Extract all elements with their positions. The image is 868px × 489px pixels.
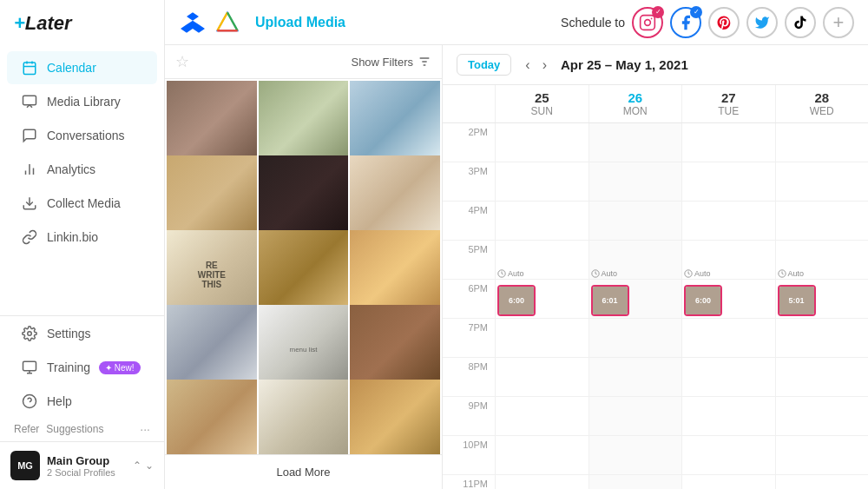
- calendar-cell[interactable]: [681, 319, 775, 357]
- sidebar-item-training[interactable]: Training ✦ New!: [7, 351, 157, 384]
- footer-profiles-count: 2 Social Profiles: [47, 467, 126, 478]
- google-drive-icon[interactable]: [214, 9, 241, 36]
- add-social-button[interactable]: +: [823, 7, 854, 38]
- calendar-cell[interactable]: [775, 319, 869, 357]
- calendar-cell[interactable]: [589, 123, 682, 162]
- calendar-cell[interactable]: [681, 162, 775, 201]
- calendar-cell[interactable]: [589, 358, 682, 396]
- svg-marker-15: [217, 12, 237, 30]
- show-filters-button[interactable]: Show Filters: [351, 55, 431, 69]
- sidebar-item-media-library[interactable]: Media Library: [7, 85, 157, 118]
- today-button[interactable]: Today: [457, 54, 511, 76]
- event-thumbnail[interactable]: 6:00: [497, 285, 536, 316]
- sidebar-item-label: Collect Media: [47, 196, 121, 210]
- calendar-row: 9PM: [443, 397, 868, 436]
- upload-media-button[interactable]: Upload Media: [255, 15, 345, 30]
- sidebar-item-collect-media[interactable]: Collect Media: [7, 187, 157, 220]
- calendar-cell[interactable]: Auto5:01: [775, 280, 869, 318]
- calendar-cell[interactable]: [681, 436, 775, 474]
- facebook-check-badge: ✓: [690, 6, 702, 18]
- media-panel: ☆ Show Filters REWRITET: [165, 45, 443, 489]
- media-item[interactable]: [350, 380, 440, 454]
- calendar-cell[interactable]: [681, 202, 775, 240]
- calendar-cell[interactable]: [681, 123, 775, 162]
- star-button[interactable]: ☆: [175, 52, 189, 71]
- facebook-social-button[interactable]: ✓: [670, 7, 701, 38]
- sidebar-item-analytics[interactable]: Analytics: [7, 153, 157, 186]
- topbar: Upload Media Schedule to ✓ ✓: [165, 0, 868, 45]
- calendar-cell[interactable]: [589, 436, 682, 474]
- calendar-body: 2PM3PM4PM5PM6PM Auto6:00 Auto6:01 Auto6:…: [443, 123, 868, 489]
- time-label: 3PM: [443, 162, 495, 201]
- calendar-row: 8PM: [443, 358, 868, 397]
- chevron-up-icon[interactable]: ⌃: [133, 459, 141, 472]
- tiktok-social-button[interactable]: [785, 7, 816, 38]
- refer-link[interactable]: Refer: [14, 423, 39, 435]
- calendar-cell[interactable]: [589, 319, 682, 357]
- media-item[interactable]: [259, 380, 349, 454]
- media-item[interactable]: [167, 380, 257, 454]
- sidebar-item-linkin-bio[interactable]: Linkin.bio: [7, 221, 157, 254]
- load-more-button[interactable]: Load More: [165, 454, 442, 489]
- suggestions-link[interactable]: Suggestions: [46, 423, 103, 435]
- calendar-cell[interactable]: [775, 475, 869, 489]
- calendar-cell[interactable]: [589, 475, 682, 489]
- calendar-cell[interactable]: [495, 358, 589, 396]
- sidebar-item-label: Analytics: [47, 162, 95, 176]
- sidebar-item-conversations[interactable]: Conversations: [7, 119, 157, 152]
- dropbox-icon[interactable]: [179, 9, 207, 36]
- calendar-cell[interactable]: Auto6:01: [589, 280, 682, 318]
- calendar-cell[interactable]: [495, 202, 589, 240]
- event-auto-label: Auto: [497, 269, 524, 278]
- calendar-cell[interactable]: [775, 436, 869, 474]
- sidebar-item-settings[interactable]: Settings: [7, 317, 157, 350]
- app-logo: +Later: [0, 0, 164, 47]
- event-auto-label: Auto: [684, 269, 711, 278]
- event-thumbnail[interactable]: 6:01: [591, 285, 629, 316]
- calendar-cell[interactable]: [589, 202, 682, 240]
- calendar-cell[interactable]: [495, 123, 589, 162]
- calendar-cell[interactable]: [775, 397, 869, 435]
- event-thumbnail[interactable]: 5:01: [778, 285, 816, 316]
- calendar-header: Today ‹ › Apr 25 – May 1, 2021: [443, 45, 868, 85]
- calendar-cell[interactable]: [495, 162, 589, 201]
- linkin-bio-icon: [21, 228, 38, 246]
- calendar-cell[interactable]: [495, 436, 589, 474]
- calendar-cell[interactable]: Auto6:00: [681, 280, 775, 318]
- schedule-bar: Schedule to ✓ ✓: [561, 7, 854, 38]
- content-area: ☆ Show Filters REWRITET: [165, 45, 868, 489]
- calendar-cell[interactable]: [775, 358, 869, 396]
- sidebar-item-calendar[interactable]: Calendar: [7, 51, 157, 84]
- calendar-cell[interactable]: [681, 358, 775, 396]
- chevron-down-icon[interactable]: ⌄: [145, 459, 154, 472]
- calendar-panel: Today ‹ › Apr 25 – May 1, 2021 25 SUN 26…: [443, 45, 868, 489]
- twitter-social-button[interactable]: [746, 7, 778, 38]
- calendar-cell[interactable]: [775, 123, 869, 162]
- sidebar-item-help[interactable]: Help: [7, 385, 157, 418]
- cloud-icons: [179, 9, 241, 36]
- calendar-cell[interactable]: [775, 202, 869, 240]
- calendar-cell[interactable]: Auto6:00: [495, 280, 589, 318]
- calendar-cell[interactable]: [681, 475, 775, 489]
- prev-week-button[interactable]: ‹: [520, 56, 535, 75]
- instagram-social-button[interactable]: ✓: [632, 7, 663, 38]
- time-label: 4PM: [443, 202, 495, 240]
- calendar-cell[interactable]: [681, 397, 775, 435]
- more-options-icon[interactable]: ···: [140, 422, 150, 436]
- calendar-cell[interactable]: [495, 397, 589, 435]
- next-week-button[interactable]: ›: [537, 56, 552, 75]
- logo-text: +Later: [14, 12, 72, 35]
- calendar-cell[interactable]: [589, 397, 682, 435]
- pinterest-social-button[interactable]: [708, 7, 740, 38]
- calendar-cell[interactable]: [775, 162, 869, 201]
- event-auto-label: Auto: [778, 269, 805, 278]
- time-label: 8PM: [443, 358, 495, 396]
- calendar-cell[interactable]: [589, 162, 682, 201]
- time-label: 6PM: [443, 280, 495, 318]
- calendar-cell[interactable]: [495, 475, 589, 489]
- calendar-cell[interactable]: [495, 319, 589, 357]
- event-thumbnail[interactable]: 6:00: [684, 285, 722, 316]
- calendar-row: 4PM: [443, 202, 868, 241]
- calendar-row: 2PM: [443, 123, 868, 162]
- event-auto-label: Auto: [591, 269, 618, 278]
